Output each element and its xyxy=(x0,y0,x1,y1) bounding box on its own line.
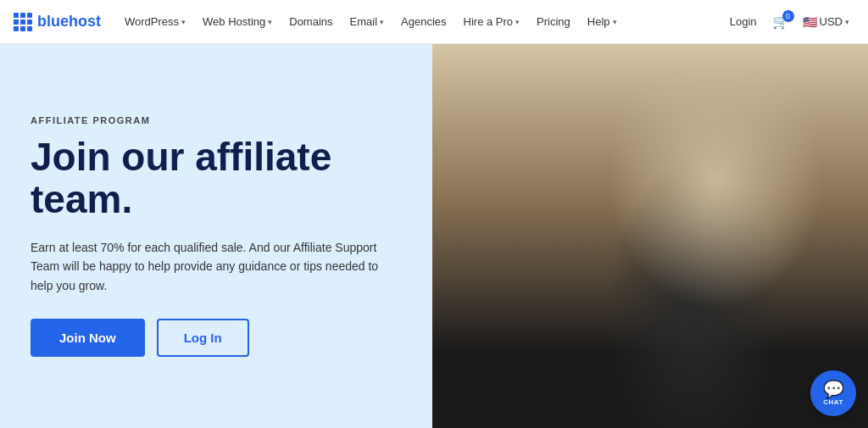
nav-label-agencies: Agencies xyxy=(401,15,446,28)
nav-item-help[interactable]: Help ▾ xyxy=(581,0,624,44)
cart-badge: 0 xyxy=(782,10,794,22)
hero-image-panel xyxy=(432,44,868,428)
login-button[interactable]: Login xyxy=(723,15,764,28)
chevron-down-icon: ▾ xyxy=(515,18,520,26)
hero-description: Earn at least 70% for each qualified sal… xyxy=(31,238,387,295)
nav-label-domains: Domains xyxy=(289,15,332,28)
hero-title: Join our affiliate team. xyxy=(31,136,402,221)
logo[interactable]: bluehost xyxy=(14,13,101,31)
nav-right-section: Login 🛒 0 🇺🇸 USD ▾ xyxy=(723,14,854,30)
chevron-down-icon: ▾ xyxy=(613,18,617,26)
navbar: bluehost WordPress ▾ Web Hosting ▾ Domai… xyxy=(0,0,868,44)
nav-label-wordpress: WordPress xyxy=(125,15,179,28)
join-now-button[interactable]: Join Now xyxy=(31,319,145,357)
affiliate-program-label: AFFILIATE PROGRAM xyxy=(31,115,402,125)
nav-label-webhosting: Web Hosting xyxy=(203,15,265,28)
chat-widget[interactable]: 💬 CHAT xyxy=(810,370,856,416)
nav-item-wordpress[interactable]: WordPress ▾ xyxy=(118,0,192,44)
main-content: AFFILIATE PROGRAM Join our affiliate tea… xyxy=(0,44,868,428)
nav-item-email[interactable]: Email ▾ xyxy=(343,0,392,44)
currency-selector[interactable]: 🇺🇸 USD ▾ xyxy=(798,15,854,29)
chevron-down-icon: ▾ xyxy=(181,18,186,26)
nav-item-agencies[interactable]: Agencies xyxy=(394,0,453,44)
logo-grid-icon xyxy=(14,13,32,31)
chat-icon: 💬 xyxy=(823,381,844,397)
log-in-button[interactable]: Log In xyxy=(157,319,249,357)
nav-item-domains[interactable]: Domains xyxy=(282,0,339,44)
nav-label-email: Email xyxy=(350,15,378,28)
chat-label: CHAT xyxy=(823,398,843,406)
currency-label: USD xyxy=(820,15,843,28)
nav-item-webhosting[interactable]: Web Hosting ▾ xyxy=(196,0,279,44)
chevron-down-icon: ▾ xyxy=(845,18,849,26)
chevron-down-icon: ▾ xyxy=(380,18,384,26)
nav-label-help: Help xyxy=(587,15,610,28)
cart-button[interactable]: 🛒 0 xyxy=(767,14,794,30)
nav-label-hirepro: Hire a Pro xyxy=(464,15,514,28)
cta-buttons: Join Now Log In xyxy=(31,319,402,357)
hero-person-image xyxy=(432,44,868,428)
nav-item-hirepro[interactable]: Hire a Pro ▾ xyxy=(457,0,527,44)
hero-left-panel: AFFILIATE PROGRAM Join our affiliate tea… xyxy=(0,44,432,428)
chevron-down-icon: ▾ xyxy=(268,18,272,26)
flag-icon: 🇺🇸 xyxy=(803,15,817,29)
logo-text: bluehost xyxy=(37,13,101,31)
nav-item-pricing[interactable]: Pricing xyxy=(530,0,577,44)
nav-label-pricing: Pricing xyxy=(537,15,570,28)
